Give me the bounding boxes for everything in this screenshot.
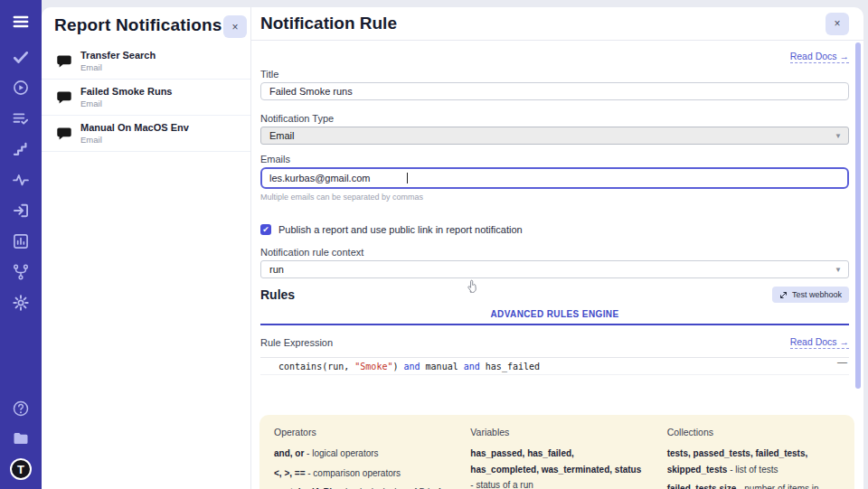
- help-circle-icon[interactable]: [11, 399, 31, 418]
- modal-header: Notification Rule ×: [251, 7, 863, 41]
- gear-icon[interactable]: [11, 293, 31, 313]
- emails-hint: Multiple emails can be separated by comm…: [260, 193, 849, 202]
- test-webhook-button[interactable]: Test webhook: [772, 287, 849, 303]
- expression-header-row: Rule Expression Read Docs →: [260, 336, 849, 349]
- chat-bubble-icon: [56, 90, 72, 105]
- list-item[interactable]: Manual On MacOS Env Email: [42, 116, 250, 152]
- list-item-text: Transfer Search Email: [80, 50, 156, 72]
- list-item-title: Transfer Search: [80, 50, 156, 61]
- panel-close-button[interactable]: ×: [223, 15, 247, 38]
- rule-expression-label: Rule Expression: [260, 337, 333, 348]
- list-item[interactable]: Failed Smoke Runs Email: [42, 80, 250, 116]
- modal-close-button[interactable]: ×: [826, 13, 849, 35]
- modal-body: Read Docs → Title Notification Type Emai…: [251, 47, 863, 489]
- context-select[interactable]: run ▼: [260, 260, 849, 278]
- publish-checkbox-row: ✔ Publish a report and use public link i…: [260, 224, 849, 235]
- emails-label: Emails: [260, 154, 849, 165]
- chat-bubble-icon: [56, 54, 72, 69]
- help-column-collections: Collections tests, passed_tests, failed_…: [667, 427, 840, 489]
- notification-type-label: Notification Type: [260, 113, 849, 124]
- list-item-text: Manual On MacOS Env Email: [80, 122, 189, 145]
- notification-rule-modal: Notification Rule × Read Docs → Title No…: [251, 7, 863, 489]
- help-line: has_passed, has_failed, has_completed, w…: [470, 446, 643, 489]
- context-label: Notification rule context: [260, 247, 849, 258]
- list-item-subtitle: Email: [80, 62, 156, 72]
- title-input[interactable]: [260, 82, 849, 100]
- help-column-header: Collections: [667, 427, 840, 437]
- notification-type-value: Email: [269, 130, 295, 141]
- tab-advanced-rules-engine[interactable]: ADVANCED RULES ENGINE: [490, 309, 618, 319]
- help-column-operators: Operators and, or - logical operators <,…: [274, 427, 447, 489]
- panel-header: Report Notifications ×: [42, 7, 250, 43]
- context-value: run: [269, 264, 284, 275]
- chat-bubble-icon: [56, 127, 72, 141]
- help-line: and, or - logical operators: [274, 446, 447, 462]
- help-column-header: Variables: [470, 427, 643, 437]
- modal-title: Notification Rule: [260, 14, 397, 33]
- notification-type-select[interactable]: Email ▼: [260, 127, 849, 145]
- rules-tab-bar: ADVANCED RULES ENGINE: [260, 304, 849, 325]
- list-check-icon[interactable]: [11, 108, 31, 128]
- sidebar-bottom: T: [10, 399, 32, 480]
- panel-title: Report Notifications: [54, 15, 222, 35]
- help-line: failed_tests.size - number of items in c…: [667, 481, 840, 489]
- fold-marker: —: [837, 356, 847, 367]
- text-caret: [407, 173, 408, 183]
- activity-icon[interactable]: [11, 170, 31, 190]
- content-card: Report Notifications × Transfer Search E…: [42, 7, 863, 489]
- list-item-subtitle: Email: [80, 99, 172, 108]
- help-column-header: Operators: [274, 427, 447, 437]
- report-notifications-panel: Report Notifications × Transfer Search E…: [42, 7, 251, 489]
- list-item-text: Failed Smoke Runs Email: [80, 86, 172, 108]
- rule-expression-editor[interactable]: — contains(run, "Smoke") and manual and …: [260, 357, 849, 411]
- branch-icon[interactable]: [11, 262, 31, 282]
- chevron-down-icon: ▼: [835, 266, 842, 274]
- publish-checkbox-label: Publish a report and use public link in …: [278, 224, 523, 235]
- app-logo-letter: T: [17, 463, 24, 476]
- test-webhook-label: Test webhook: [792, 290, 842, 299]
- help-line: contains(A,B) - checks inclusion of B in…: [274, 484, 447, 489]
- code-line[interactable]: contains(run, "Smoke") and manual and ha…: [260, 358, 849, 375]
- expand-arrows-icon: [779, 291, 788, 299]
- login-icon[interactable]: [11, 201, 31, 221]
- title-label: Title: [260, 69, 849, 80]
- list-item-title: Failed Smoke Runs: [80, 86, 172, 97]
- help-line: tests, passed_tests, failed_tests, skipp…: [667, 446, 840, 477]
- notification-list: Transfer Search Email Failed Smoke Runs …: [42, 43, 250, 152]
- bar-chart-icon[interactable]: [11, 231, 31, 251]
- rules-header-row: Rules Test webhook: [260, 287, 849, 303]
- app-logo[interactable]: T: [10, 458, 32, 480]
- emails-field-wrap: [260, 167, 849, 189]
- read-docs-link[interactable]: Read Docs →: [790, 51, 849, 63]
- docs-row-top: Read Docs →: [260, 47, 849, 60]
- publish-checkbox[interactable]: ✔: [260, 224, 271, 235]
- folder-icon[interactable]: [11, 428, 31, 448]
- menu-icon[interactable]: [11, 12, 31, 32]
- emails-input[interactable]: [269, 173, 409, 183]
- list-item-title: Manual On MacOS Env: [80, 122, 189, 133]
- check-icon[interactable]: [11, 47, 31, 67]
- help-column-variables: Variables has_passed, has_failed, has_co…: [470, 427, 643, 489]
- list-item[interactable]: Transfer Search Email: [42, 43, 250, 80]
- modal-scrollbar[interactable]: [855, 42, 861, 389]
- steps-icon[interactable]: [11, 139, 31, 159]
- read-docs-link-expression[interactable]: Read Docs →: [790, 336, 849, 349]
- play-circle-icon[interactable]: [11, 78, 31, 98]
- sidebar-nav: [11, 47, 31, 313]
- list-item-subtitle: Email: [80, 135, 189, 145]
- rules-heading: Rules: [260, 287, 295, 302]
- help-line: <, >, == - comparison operators: [274, 465, 447, 482]
- chevron-down-icon: ▼: [835, 132, 842, 140]
- rules-help-panel: Operators and, or - logical operators <,…: [259, 415, 854, 489]
- app-sidebar: T: [0, 0, 42, 489]
